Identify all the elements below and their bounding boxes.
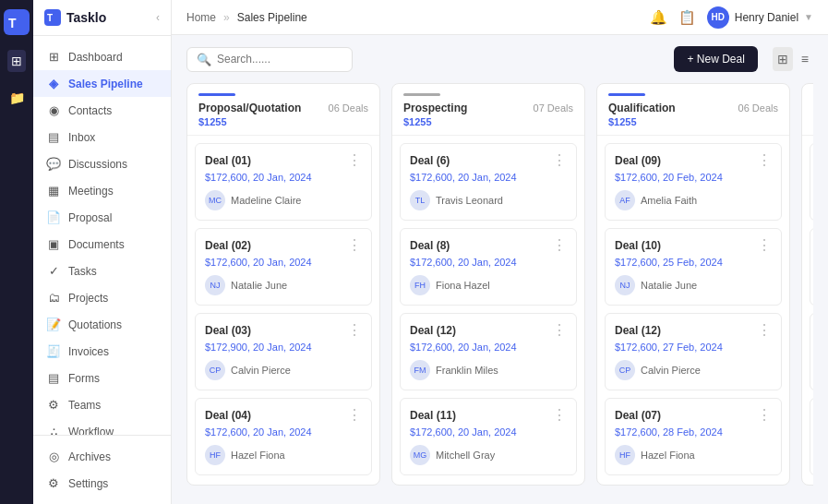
- topbar-actions: 🔔 📋 HD Henry Daniel ▼: [650, 6, 813, 29]
- deal-card[interactable]: Deal (17)⋮$172,600, 20 Jan, 2024LELucy E…: [810, 313, 813, 390]
- avatar: FM: [410, 360, 430, 380]
- deal-card[interactable]: Deal (03)⋮$172,900, 20 Jan, 2024CPCalvin…: [195, 313, 372, 390]
- col-count-qualification: 06 Deals: [738, 102, 778, 114]
- deal-card-header: Deal (09)⋮: [615, 153, 772, 168]
- deal-more-icon[interactable]: ⋮: [347, 153, 362, 168]
- sidebar-item-forms[interactable]: ▤ Forms: [33, 365, 171, 391]
- deal-card-header: Deal (12)⋮: [410, 323, 567, 338]
- search-box[interactable]: 🔍: [186, 47, 353, 72]
- deal-meta: $172,600, 20 Jan, 2024: [410, 257, 567, 268]
- deal-name: Deal (03): [205, 324, 251, 337]
- deal-more-icon[interactable]: ⋮: [757, 323, 772, 338]
- sidebar-menu: ⊞ Dashboard ◈ Sales Pipeline ◉ Contacts …: [33, 36, 171, 435]
- deal-name: Deal (8): [410, 239, 450, 252]
- sidebar-item-archives[interactable]: ◎ Archives: [33, 443, 171, 470]
- sidebar-item-documents[interactable]: ▣ Documents: [33, 231, 171, 258]
- user-name: Henry Daniel: [735, 11, 798, 24]
- col-title-row-prospecting: Prospecting07 Deals: [403, 102, 573, 114]
- deal-card[interactable]: Deal (07)⋮$172,600, 28 Feb, 2024HFHazel …: [605, 398, 782, 475]
- deal-card-header: Deal (01)⋮: [205, 153, 362, 168]
- sidebar-item-inbox[interactable]: ▤ Inbox: [33, 124, 171, 150]
- icon-bar: T ⊞ 📁: [0, 0, 33, 504]
- search-input[interactable]: [217, 53, 342, 66]
- deal-more-icon[interactable]: ⋮: [552, 323, 567, 338]
- sidebar-label-quotations: Quotations: [68, 318, 122, 331]
- deal-name: Deal (07): [615, 409, 661, 422]
- deal-card[interactable]: Deal (04)⋮$172,600, 20 Jan, 2024HFHazel …: [195, 398, 372, 475]
- sidebar-item-proposal[interactable]: 📄 Proposal: [33, 204, 171, 231]
- sidebar-item-meetings[interactable]: ▦ Meetings: [33, 177, 171, 204]
- deal-more-icon[interactable]: ⋮: [552, 153, 567, 168]
- sidebar-item-sales-pipeline[interactable]: ◈ Sales Pipeline: [33, 70, 171, 97]
- deal-more-icon[interactable]: ⋮: [347, 238, 362, 253]
- assignee-name: Hazel Fiona: [641, 450, 695, 461]
- deal-name: Deal (10): [615, 239, 661, 252]
- kanban-col-closed-win: Closed/ Win04 Deals$1255Deal (15)⋮$172,6…: [801, 83, 813, 486]
- sidebar-item-quotations[interactable]: 📝 Quotations: [33, 311, 171, 338]
- deal-assignee: FMFranklin Miles: [410, 360, 567, 380]
- deal-card[interactable]: Deal (10)⋮$172,600, 25 Feb, 2024NJNatali…: [605, 228, 782, 306]
- sidebar-header: T Tasklo ‹: [33, 0, 171, 36]
- deal-more-icon[interactable]: ⋮: [757, 153, 772, 168]
- deal-card[interactable]: Deal (15)⋮$172,600, 20 Jan, 2024BHBradle…: [810, 143, 813, 221]
- deal-card[interactable]: Deal (09)⋮$172,600, 20 Feb, 2024AFAmelia…: [605, 143, 782, 221]
- deal-card[interactable]: Deal (11)⋮$172,600, 20 Jan, 2024MGMitche…: [400, 398, 577, 475]
- sidebar-item-contacts[interactable]: ◉ Contacts: [33, 97, 171, 124]
- user-menu[interactable]: HD Henry Daniel ▼: [707, 6, 813, 29]
- avatar: AF: [615, 190, 635, 210]
- breadcrumb-home[interactable]: Home: [186, 11, 216, 24]
- sidebar-item-projects[interactable]: 🗂 Projects: [33, 284, 171, 311]
- assignee-name: Mitchell Gray: [436, 450, 495, 461]
- kanban-col-proposal-quotation: Proposal/Quotation06 Deals$1255Deal (01)…: [186, 83, 380, 486]
- sidebar-item-settings[interactable]: ⚙ Settings: [33, 470, 171, 497]
- sidebar-item-teams[interactable]: ⚙ Teams: [33, 391, 171, 418]
- deal-more-icon[interactable]: ⋮: [347, 323, 362, 338]
- sidebar-item-invoices[interactable]: 🧾 Invoices: [33, 338, 171, 365]
- deal-more-icon[interactable]: ⋮: [347, 408, 362, 423]
- deal-card[interactable]: Deal (16)⋮$172,600, 20 Jan, 2024HFHazel …: [810, 398, 813, 475]
- deal-card[interactable]: Deal (12)⋮$172,600, 20 Jan, 2024FMFrankl…: [400, 313, 577, 390]
- grid-view-icon[interactable]: ⊞: [773, 47, 793, 71]
- svg-text:T: T: [47, 13, 53, 23]
- documents-icon: ▣: [46, 237, 61, 251]
- sidebar-item-dashboard[interactable]: ⊞ Dashboard: [33, 43, 171, 70]
- col-body-proposal-quotation: Deal (01)⋮$172,600, 20 Jan, 2024MCMadeli…: [187, 136, 379, 485]
- col-amount-proposal-quotation: $1255: [198, 116, 368, 127]
- deal-more-icon[interactable]: ⋮: [552, 408, 567, 423]
- quotations-icon: 📝: [46, 318, 61, 331]
- deal-card[interactable]: Deal (6)⋮$172,600, 20 Jan, 2024TLTravis …: [400, 143, 577, 221]
- content-header: 🔍 + New Deal ⊞ ≡: [186, 46, 813, 72]
- app-logo-icon[interactable]: T: [4, 9, 30, 35]
- deal-card[interactable]: Deal (12)⋮$172,600, 27 Feb, 2024CPCalvin…: [605, 313, 782, 390]
- deal-card[interactable]: Deal (14)⋮$172,600, 20 Jan, 2024FMFelici…: [810, 228, 813, 306]
- deal-card[interactable]: Deal (01)⋮$172,600, 20 Jan, 2024MCMadeli…: [195, 143, 372, 221]
- sidebar-item-discussions[interactable]: 💬 Discussions: [33, 150, 171, 177]
- calendar-icon[interactable]: 📋: [678, 9, 696, 26]
- proposal-icon: 📄: [46, 210, 61, 224]
- notification-icon[interactable]: 🔔: [650, 9, 667, 26]
- icon-bar-folder[interactable]: 📁: [6, 87, 29, 109]
- new-deal-button[interactable]: + New Deal: [674, 46, 757, 72]
- workflow-icon: ⛬: [46, 425, 61, 435]
- avatar: MC: [205, 190, 225, 210]
- icon-bar-grid[interactable]: ⊞: [7, 50, 26, 72]
- deal-name: Deal (01): [205, 154, 251, 167]
- list-view-icon[interactable]: ≡: [797, 47, 813, 71]
- sidebar-item-workflow[interactable]: ⛬ Workflow: [33, 418, 171, 435]
- sidebar-item-tasks[interactable]: ✓ Tasks: [33, 258, 171, 284]
- deal-more-icon[interactable]: ⋮: [552, 238, 567, 253]
- invoices-icon: 🧾: [46, 344, 61, 358]
- svg-text:T: T: [8, 16, 17, 30]
- col-header-closed-win: Closed/ Win04 Deals$1255: [802, 84, 813, 136]
- sidebar-label-dashboard: Dashboard: [68, 51, 123, 64]
- deal-assignee: MCMadeline Claire: [205, 190, 362, 210]
- deal-more-icon[interactable]: ⋮: [757, 238, 772, 253]
- deal-card[interactable]: Deal (8)⋮$172,600, 20 Jan, 2024FHFiona H…: [400, 228, 577, 306]
- assignee-name: Travis Leonard: [436, 195, 503, 206]
- col-amount-prospecting: $1255: [403, 116, 573, 127]
- deal-card[interactable]: Deal (02)⋮$172,600, 20 Jan, 2024NJNatali…: [195, 228, 372, 306]
- deal-more-icon[interactable]: ⋮: [757, 408, 772, 423]
- kanban-col-qualification: Qualification06 Deals$1255Deal (09)⋮$172…: [596, 83, 790, 486]
- sidebar-collapse-icon[interactable]: ‹: [156, 11, 160, 24]
- deal-meta: $172,600, 20 Feb, 2024: [615, 172, 772, 183]
